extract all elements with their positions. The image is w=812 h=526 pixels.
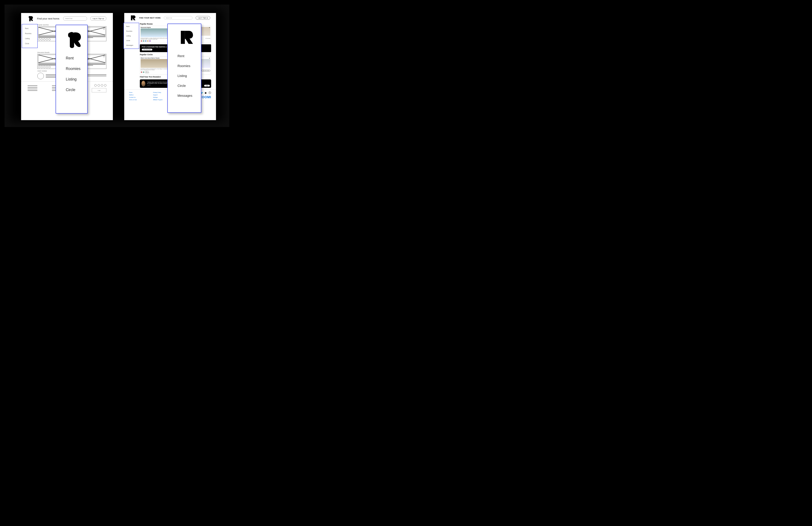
heart-icon[interactable]: ♥ — [209, 27, 210, 28]
header: FIND YOUR NEXT HOME Search bar Log in / … — [124, 13, 216, 22]
sidebar-item-listing[interactable]: Listing — [126, 33, 139, 38]
login-button[interactable]: Log in / Sign up — [196, 16, 210, 20]
login-button[interactable]: Log in / Sign up — [90, 16, 106, 20]
logo-icon — [27, 15, 34, 22]
youtube-icon[interactable]: ▶ — [205, 91, 207, 94]
nav-item-listing[interactable]: Listing — [177, 74, 187, 78]
footer-link[interactable]: Terms of Use — [129, 99, 137, 101]
sidebar-item-rent[interactable]: Rent — [126, 24, 139, 29]
nav-item-listing[interactable]: Listing — [66, 77, 76, 82]
sidebar-item-listing[interactable]: Listing — [25, 36, 37, 41]
sidebar-highlighted: Rent Roomies Listing Circle Messages — [124, 23, 139, 49]
avatar — [142, 81, 145, 87]
nav-item-rent[interactable]: Rent — [177, 54, 184, 58]
footer-link[interactable]: Settings — [153, 96, 162, 99]
message-button[interactable]: sage — [204, 85, 210, 87]
nav-item-roomies[interactable]: Roomies — [177, 64, 190, 68]
facebook-icon[interactable]: ⓕ — [208, 91, 211, 94]
nav-item-rent[interactable]: Rent — [66, 56, 74, 60]
tagline: FIND YOUR NEXT HOME — [139, 17, 161, 19]
footer-link[interactable]: Press — [129, 91, 137, 94]
sidebar-item-messages[interactable]: Messages — [126, 43, 139, 47]
sidebar-detail-hifi: Rent Roomies Listing Circle Messages — [167, 24, 201, 113]
sidebar-item-roomies[interactable]: Roomies — [126, 29, 139, 33]
logo-icon — [130, 15, 136, 21]
sidebar-highlighted: Rent Roomies Listing Circle — [22, 24, 38, 48]
get-roomie-button[interactable]: Get a Roomie! — [142, 49, 152, 50]
sidebar-item-roomies[interactable]: Roomies — [25, 31, 37, 36]
footer-link[interactable]: Mailbox — [129, 94, 137, 96]
svg-rect-1 — [181, 31, 185, 44]
avatar-placeholder — [37, 73, 44, 79]
sidebar-item-rent[interactable]: Rent — [25, 26, 37, 31]
footer-link[interactable]: Support — [153, 94, 162, 96]
logo-icon — [64, 30, 84, 49]
header: Find your next home. Search bar Log in /… — [21, 13, 113, 23]
logo-icon — [179, 30, 194, 45]
nav-item-roomies[interactable]: Roomies — [66, 67, 81, 71]
search-input[interactable]: Search bar — [63, 16, 87, 20]
sidebar-item-circle[interactable]: Circle — [126, 38, 139, 43]
footer-link[interactable]: Contact Us — [129, 96, 137, 99]
nav-item-messages[interactable]: Messages — [177, 94, 192, 98]
nav-item-circle[interactable]: Circle — [177, 84, 186, 88]
tagline: Find your next home. — [37, 17, 60, 20]
footer-link[interactable]: Affiliate Program — [153, 99, 162, 101]
join-button[interactable]: Join the Circle! — [202, 70, 210, 71]
social-icons — [92, 84, 106, 87]
heart-icon[interactable]: ♥ — [209, 57, 210, 59]
nav-item-circle[interactable]: Circle — [66, 88, 75, 92]
sidebar-detail-wireframe: Rent Roomies Listing Circle — [56, 25, 88, 114]
sidebar-item-circle[interactable]: Circle — [25, 41, 37, 46]
svg-rect-0 — [131, 15, 132, 20]
footer-link[interactable]: Privacy Policy — [153, 91, 162, 94]
search-input[interactable]: Search bar — [164, 16, 192, 20]
footer-logo-placeholder: Logo — [92, 88, 106, 92]
